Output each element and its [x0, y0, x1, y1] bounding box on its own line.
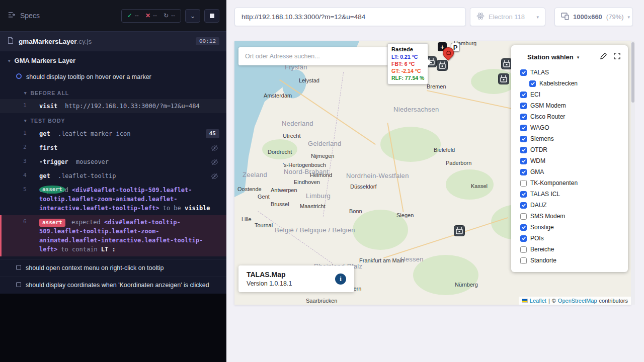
station-filter-row[interactable]: Kabelstrecken	[520, 78, 621, 89]
command-row-trigger[interactable]: 3 -trigger mouseover	[0, 155, 226, 169]
edit-pencil-icon[interactable]	[600, 52, 607, 62]
attribution-separator: |	[548, 298, 550, 304]
station-checkbox[interactable]	[520, 92, 527, 98]
ukraine-flag-icon	[522, 299, 528, 303]
station-checkbox[interactable]	[520, 224, 527, 231]
command-row-visit[interactable]: 1 visit http://192.168.10.33:3000/?m=12&…	[0, 99, 226, 113]
tooltip-metric-label: RLF:	[391, 75, 404, 81]
station-checkbox[interactable]	[520, 180, 527, 187]
station-filter-row[interactable]: Bereiche	[520, 244, 621, 255]
station-checkbox[interactable]	[520, 125, 527, 131]
element-count-badge: 45	[206, 129, 219, 139]
test-row-active[interactable]: should display tooltip on hover over a m…	[0, 69, 226, 85]
map-label-region: Noord-Brabant	[284, 168, 329, 175]
pending-count: --	[171, 12, 175, 19]
spec-duration-badge: 00:12	[196, 37, 219, 45]
station-label: SMS Modem	[530, 213, 565, 220]
station-checkbox[interactable]	[520, 114, 527, 120]
station-marker[interactable]	[498, 73, 509, 84]
command-row-get-tooltip[interactable]: 4 get .leaflet-tooltip	[0, 169, 226, 183]
aut-scrollbar[interactable]	[631, 41, 635, 305]
station-checkbox[interactable]	[520, 136, 527, 142]
station-filter-row[interactable]: Siemens	[520, 133, 621, 144]
station-filter-row[interactable]: Standorte	[520, 255, 621, 266]
station-label: GMA	[530, 168, 544, 175]
station-filter-row[interactable]: DAUZ	[520, 200, 621, 211]
station-checkbox[interactable]	[520, 202, 527, 209]
assert-row-passed[interactable]: 5 assert expected <div#leaflet-tooltip-5…	[0, 183, 226, 215]
test-body-section-header[interactable]: ▾ TEST BODY	[0, 113, 226, 127]
station-marker[interactable]	[454, 225, 465, 236]
command-number: 5	[23, 186, 27, 194]
spec-file-row[interactable]: gmaMarkersLayer.cy.js 00:12	[0, 31, 226, 51]
scrollbar-thumb[interactable]	[631, 42, 634, 103]
station-checkbox[interactable]	[520, 191, 527, 198]
test-title: should open context menu on right-click …	[26, 264, 164, 273]
station-checkbox[interactable]	[520, 158, 527, 164]
station-checkbox[interactable]	[520, 257, 527, 264]
station-filter-row[interactable]: Cisco Router	[520, 111, 621, 122]
device-icon	[446, 50, 451, 56]
station-checkbox[interactable]	[520, 69, 527, 76]
chevron-down-icon[interactable]: ▾	[577, 55, 580, 60]
expand-fullscreen-icon[interactable]	[613, 52, 621, 62]
test-row-pending[interactable]: should display coordinates when 'Koordin…	[0, 277, 226, 294]
station-checkbox[interactable]	[520, 169, 527, 175]
leaflet-map[interactable]: AmsterdamUtrechtLelystadDordrechtNijmege…	[234, 41, 631, 305]
map-label-city: Dordrecht	[268, 149, 292, 155]
station-checkbox[interactable]	[520, 147, 527, 153]
reporter-header: Specs ✓-- ✕-- ↻-- ⌄	[0, 0, 226, 31]
station-filter-row[interactable]: GMA	[520, 166, 621, 177]
map-label-city: Bonn	[349, 208, 362, 214]
sidebar-collapse-icon[interactable]	[7, 11, 16, 21]
station-checkbox[interactable]	[529, 80, 536, 87]
suite-row[interactable]: ▾ GMA Markers Layer	[0, 51, 226, 69]
search-input[interactable]	[238, 47, 405, 65]
assert-row-failing[interactable]: 6 assert expected <div#leaflet-tooltip-5…	[0, 215, 226, 257]
station-filter-row[interactable]: TK-Komponenten	[520, 177, 621, 189]
before-all-section-header[interactable]: ▾ BEFORE ALL	[0, 85, 226, 99]
aut-url-bar[interactable]: http://192.168.10.33:3000/?m=12&u=484	[234, 8, 466, 26]
info-icon[interactable]: i	[335, 274, 346, 285]
station-filter-row[interactable]: ECI	[520, 89, 621, 100]
specs-label[interactable]: Specs	[20, 12, 40, 20]
test-title: should display tooltip on hover over a m…	[26, 73, 151, 81]
station-label: Kabelstrecken	[539, 80, 578, 87]
map-label-city: Paderborn	[446, 160, 471, 166]
station-filter-row[interactable]: SMS Modem	[520, 211, 621, 222]
station-filter-row[interactable]: Sonstige	[520, 222, 621, 233]
stop-button[interactable]	[204, 9, 219, 23]
caret-down-icon: ▾	[24, 90, 27, 96]
station-filter-row[interactable]: TALAS ICL	[520, 189, 621, 200]
station-filter-row[interactable]: WAGO	[520, 122, 621, 133]
tooltip-rows: LT: 0.21 °C FBT: 6 °C GT: -2.14 °C RLF: …	[391, 53, 424, 81]
command-row-get[interactable]: 1 get .leaflet-marker-icon 45	[0, 127, 226, 141]
spec-file-icon	[7, 37, 14, 46]
station-checkbox[interactable]	[520, 213, 527, 220]
station-marker[interactable]	[437, 60, 448, 71]
station-filter-row[interactable]: WDM	[520, 155, 621, 166]
command-arg: mouseover	[76, 158, 109, 165]
station-filter-row[interactable]: OTDR	[520, 144, 621, 155]
station-checkbox[interactable]	[520, 103, 527, 109]
collapse-all-button[interactable]: ⌄	[185, 9, 200, 23]
command-number: 2	[23, 143, 27, 152]
station-panel-title: Station wählen	[527, 53, 574, 61]
viewport-size: 1000x660	[573, 13, 602, 21]
screen: Specs ✓-- ✕-- ↻-- ⌄ gmaMarkersLayer.cy.j…	[0, 0, 644, 362]
station-label: Cisco Router	[530, 113, 565, 120]
station-filter-row[interactable]: GSM Modem	[520, 100, 621, 111]
station-marker[interactable]	[501, 58, 512, 69]
station-label: Siemens	[530, 135, 554, 142]
station-filter-row[interactable]: TALAS	[520, 67, 621, 78]
command-row-first[interactable]: 2 first	[0, 141, 226, 155]
leaflet-link[interactable]: Leaflet	[530, 298, 546, 304]
browser-select[interactable]: Electron 118 ▾	[470, 8, 545, 26]
test-row-pending[interactable]: should open context menu on right-click …	[0, 259, 226, 277]
station-checkbox[interactable]	[520, 235, 527, 242]
station-filter-row[interactable]: POIs	[520, 233, 621, 244]
eye-slash-icon	[211, 158, 218, 168]
openstreetmap-link[interactable]: OpenStreetMap	[558, 298, 597, 304]
station-checkbox[interactable]	[520, 246, 527, 253]
viewport-select[interactable]: 1000x660 (79%) ▾	[554, 8, 633, 26]
